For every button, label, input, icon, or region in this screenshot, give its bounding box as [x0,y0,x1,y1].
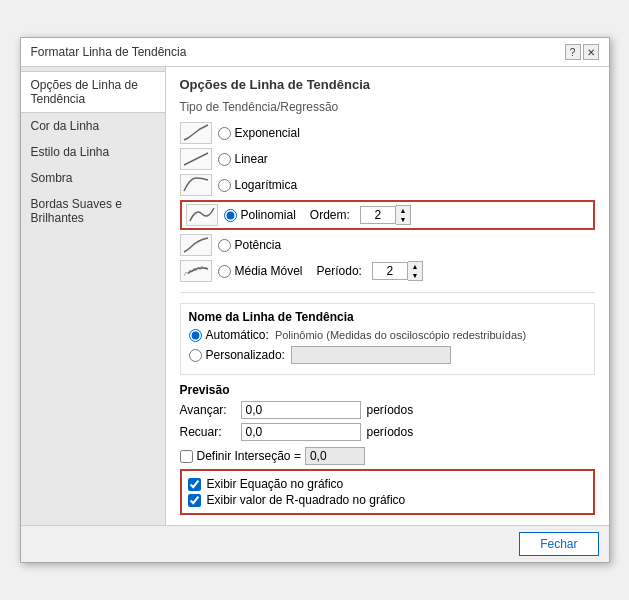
auto-name-value: Polinômio (Medidas do osciloscópio redes… [275,329,526,341]
order-decrement-button[interactable]: ▼ [396,215,410,224]
radio-custom-text: Personalizado: [206,348,285,362]
define-intersection-row: Definir Interseção = [180,447,595,465]
radio-polinomial-label[interactable]: Polinomial [224,208,296,222]
icon-exponencial [180,122,212,144]
icon-potencia [180,234,212,256]
period-input[interactable] [372,262,408,280]
trend-name-section: Nome da Linha de Tendência Automático: P… [180,303,595,375]
forward-unit: períodos [367,403,414,417]
radio-potencia-text: Potência [235,238,282,252]
svg-line-0 [184,153,208,165]
sidebar-item-shadow[interactable]: Sombra [21,165,165,191]
dialog-body: Opções de Linha de Tendência Cor da Linh… [21,67,609,525]
icon-polinomial [186,204,218,226]
radio-media-movel[interactable] [218,265,231,278]
period-spinner[interactable]: ▲ ▼ [372,261,423,281]
help-button[interactable]: ? [565,44,581,60]
order-spinner-buttons: ▲ ▼ [396,205,411,225]
radio-auto-label[interactable]: Automático: [189,328,269,342]
radio-exponencial-label[interactable]: Exponencial [218,126,300,140]
trend-row-logaritmica: Logarítmica [180,172,595,198]
radio-media-movel-text: Média Móvel [235,264,303,278]
icon-linear [180,148,212,170]
radio-linear[interactable] [218,153,231,166]
radio-linear-text: Linear [235,152,268,166]
trend-row-polinomial: Polinomial Ordem: ▲ ▼ [180,200,595,230]
separator-1 [180,292,595,293]
radio-auto[interactable] [189,329,202,342]
forecast-title: Previsão [180,383,595,397]
show-rsquared-row: Exibir valor de R-quadrado no gráfico [188,493,587,507]
auto-name-row: Automático: Polinômio (Medidas do oscilo… [189,328,586,342]
show-equation-label: Exibir Equação no gráfico [207,477,344,491]
title-bar: Formatar Linha de Tendência ? ✕ [21,38,609,67]
define-intersection-label: Definir Interseção = [197,449,301,463]
sidebar-item-trendline-options[interactable]: Opções de Linha de Tendência [21,71,165,113]
backward-input[interactable] [241,423,361,441]
dialog-footer: Fechar [21,525,609,562]
title-bar-buttons: ? ✕ [565,44,599,60]
radio-media-movel-label[interactable]: Média Móvel [218,264,303,278]
sidebar-item-line-style[interactable]: Estilo da Linha [21,139,165,165]
close-button[interactable]: ✕ [583,44,599,60]
radio-exponencial[interactable] [218,127,231,140]
icon-logaritmica [180,174,212,196]
define-intersection-checkbox[interactable] [180,450,193,463]
trend-row-exponencial: Exponencial [180,120,595,146]
forward-label: Avançar: [180,403,235,417]
main-content: Opções de Linha de Tendência Tipo de Ten… [166,67,609,525]
backward-row: Recuar: períodos [180,423,595,441]
close-dialog-button[interactable]: Fechar [519,532,598,556]
custom-name-row: Personalizado: [189,346,586,364]
trend-row-potencia: Potência [180,232,595,258]
trend-row-media-movel: Média Móvel Período: ▲ ▼ [180,258,595,284]
custom-name-input[interactable] [291,346,451,364]
sidebar: Opções de Linha de Tendência Cor da Linh… [21,67,166,525]
format-trendline-dialog: Formatar Linha de Tendência ? ✕ Opções d… [20,37,610,563]
order-increment-button[interactable]: ▲ [396,206,410,215]
trend-row-linear: Linear [180,146,595,172]
radio-logaritmica-text: Logarítmica [235,178,298,192]
radio-custom-label[interactable]: Personalizado: [189,348,285,362]
radio-exponencial-text: Exponencial [235,126,300,140]
forecast-section: Previsão Avançar: períodos Recuar: perío… [180,383,595,441]
define-intersection-input[interactable] [305,447,365,465]
icon-media-movel [180,260,212,282]
radio-linear-label[interactable]: Linear [218,152,268,166]
checkbox-section: Exibir Equação no gráfico Exibir valor d… [180,469,595,515]
name-section-title: Nome da Linha de Tendência [189,310,586,324]
backward-unit: períodos [367,425,414,439]
radio-polinomial-text: Polinomial [241,208,296,222]
order-input[interactable] [360,206,396,224]
show-rsquared-label: Exibir valor de R-quadrado no gráfico [207,493,406,507]
sidebar-item-line-color[interactable]: Cor da Linha [21,113,165,139]
show-rsquared-checkbox[interactable] [188,494,201,507]
radio-potencia-label[interactable]: Potência [218,238,282,252]
show-equation-checkbox[interactable] [188,478,201,491]
order-label: Ordem: [310,208,350,222]
show-equation-row: Exibir Equação no gráfico [188,477,587,491]
regression-subsection-title: Tipo de Tendência/Regressão [180,100,595,114]
period-decrement-button[interactable]: ▼ [408,271,422,280]
radio-logaritmica-label[interactable]: Logarítmica [218,178,298,192]
order-spinner[interactable]: ▲ ▼ [360,205,411,225]
sidebar-item-soft-edges[interactable]: Bordas Suaves e Brilhantes [21,191,165,231]
forward-row: Avançar: períodos [180,401,595,419]
backward-label: Recuar: [180,425,235,439]
section-title: Opções de Linha de Tendência [180,77,595,92]
radio-auto-text: Automático: [206,328,269,342]
period-increment-button[interactable]: ▲ [408,262,422,271]
radio-potencia[interactable] [218,239,231,252]
forward-input[interactable] [241,401,361,419]
radio-custom[interactable] [189,349,202,362]
radio-polinomial[interactable] [224,209,237,222]
radio-logaritmica[interactable] [218,179,231,192]
period-label: Período: [317,264,362,278]
dialog-title: Formatar Linha de Tendência [31,45,187,59]
period-spinner-buttons: ▲ ▼ [408,261,423,281]
